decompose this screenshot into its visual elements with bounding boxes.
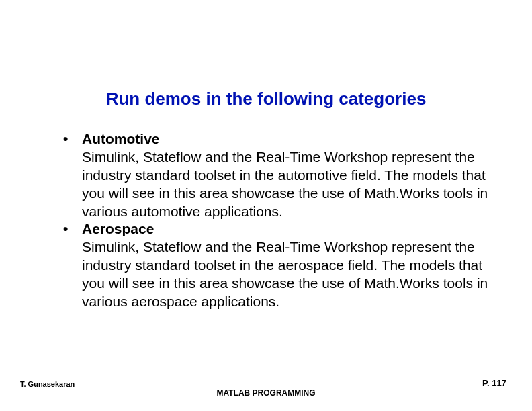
bullet-item: • Aerospace Simulink, Stateflow and the … (63, 220, 492, 310)
bullet-item: • Automotive Simulink, Stateflow and the… (63, 130, 492, 220)
slide-title: Run demos in the following categories (0, 89, 532, 109)
bullet-content: Aerospace Simulink, Stateflow and the Re… (82, 220, 492, 310)
bullet-description: Simulink, Stateflow and the Real-Time Wo… (82, 239, 488, 309)
bullet-label: Automotive (82, 131, 160, 146)
page-number: P. 117 (482, 378, 506, 388)
bullet-content: Automotive Simulink, Stateflow and the R… (82, 130, 492, 220)
footer-center: MATLAB PROGRAMMING (0, 388, 532, 398)
bullet-marker: • (63, 220, 82, 310)
slide: Run demos in the following categories • … (0, 0, 532, 411)
slide-body: • Automotive Simulink, Stateflow and the… (63, 130, 492, 311)
footer-author: T. Gunasekaran (20, 380, 75, 388)
bullet-marker: • (63, 130, 82, 220)
bullet-description: Simulink, Stateflow and the Real-Time Wo… (82, 149, 488, 219)
bullet-label: Aerospace (82, 221, 154, 236)
